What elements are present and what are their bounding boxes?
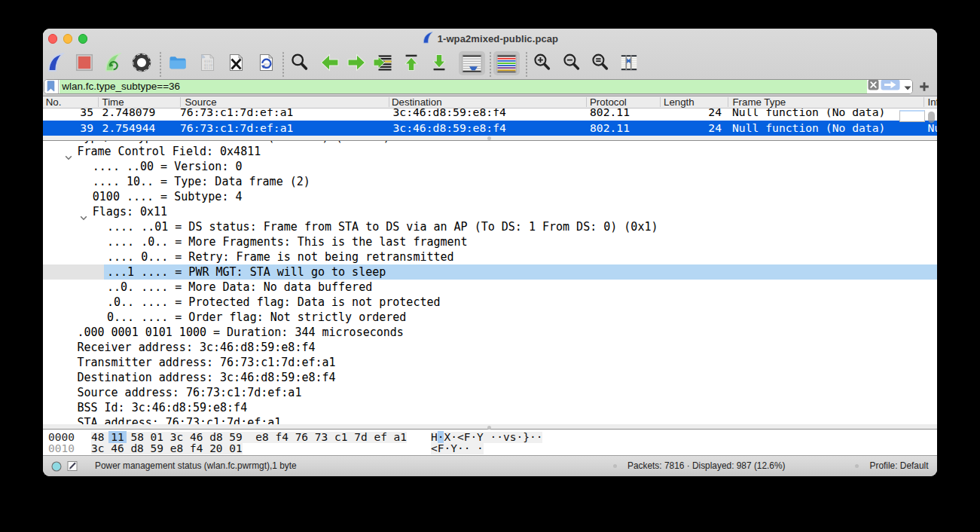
capture-options-button[interactable]: [132, 53, 151, 72]
detail-text: Receiver address: 3c:46:d8:59:e8:f4: [77, 340, 315, 355]
column-separator[interactable]: [586, 97, 587, 107]
hex-bytes: 48 11 58 01 3c 46 d8 59 e8 f4 76 73 c1 7…: [91, 432, 407, 443]
toolbar-separator: [282, 51, 284, 77]
close-file-button[interactable]: [226, 53, 246, 72]
column-header-no[interactable]: No.: [46, 96, 62, 108]
find-packet-button[interactable]: [290, 53, 310, 72]
zoom-in-button[interactable]: [533, 53, 552, 72]
detail-row[interactable]: Frame Control Field: 0x4811: [43, 144, 938, 159]
column-separator[interactable]: [389, 97, 389, 107]
detail-row[interactable]: .... 0... = Retry: Frame is not being re…: [43, 249, 938, 264]
title-group: 1-wpa2mixed-public.pcap: [43, 29, 938, 50]
detail-text: ...1 .... = PWR MGT: STA will go to slee…: [107, 264, 386, 280]
packet-list-header[interactable]: No.TimeSourceDestinationProtocolLengthFr…: [43, 96, 938, 109]
packet-bytes-pane[interactable]: 000048 11 58 01 3c 46 d8 59 e8 f4 76 73 …: [43, 431, 938, 455]
hex-bytes: 3c 46 d8 59 e8 f4 20 01: [91, 443, 243, 454]
go-last-packet-button[interactable]: [429, 53, 449, 72]
titlebar[interactable]: 1-wpa2mixed-public.pcap: [43, 29, 938, 50]
packet-row-39[interactable]: 392.75494476:73:c1:7d:ef:a13c:46:d8:59:e…: [43, 121, 938, 136]
clear-filter-button[interactable]: [868, 79, 879, 93]
detail-row[interactable]: .... ..00 = Version: 0: [43, 159, 938, 174]
go-back-button[interactable]: [320, 53, 340, 72]
apply-filter-button[interactable]: [881, 79, 900, 93]
column-header-source[interactable]: Source: [185, 96, 217, 108]
capture-comment-button[interactable]: [67, 460, 78, 475]
column-header-destination[interactable]: Destination: [392, 96, 442, 108]
packet-details-pane[interactable]: Type/Subtype: Null function (No data) (0…: [43, 141, 938, 424]
packet-list-scrollbar-thumb[interactable]: [928, 112, 935, 124]
save-file-button[interactable]: 010101100111: [197, 53, 217, 72]
column-header-info[interactable]: Info: [928, 96, 938, 108]
column-separator[interactable]: [660, 97, 661, 107]
column-separator[interactable]: [98, 97, 99, 107]
toolbar-separator: [526, 51, 527, 77]
detail-row[interactable]: Receiver address: 3c:46:d8:59:e8:f4: [43, 340, 938, 355]
resize-columns-button[interactable]: [619, 53, 639, 72]
detail-row[interactable]: Transmitter address: 76:73:c1:7d:ef:a1: [43, 355, 938, 370]
detail-row[interactable]: Source address: 76:73:c1:7d:ef:a1: [43, 385, 938, 400]
hex-row[interactable]: 00103c 46 d8 59 e8 f4 20 01<F·Y·· ·: [43, 443, 938, 454]
splitter-details-bytes[interactable]: [43, 424, 938, 430]
detail-row[interactable]: ...1 .... = PWR MGT: STA will go to slee…: [43, 264, 938, 280]
profile-text[interactable]: Profile: Default: [870, 456, 929, 476]
detail-row[interactable]: .... .0.. = More Fragments: This is the …: [43, 234, 938, 249]
detail-row[interactable]: STA address: 76:73:c1:7d:ef:a1: [43, 415, 938, 424]
apply-filter-icon: [881, 79, 900, 90]
packet-row-35[interactable]: 352.74807976:73:c1:7d:ef:a13c:46:d8:59:e…: [43, 109, 938, 121]
column-header-protocol[interactable]: Protocol: [590, 96, 627, 108]
detail-row[interactable]: ..0. .... = More Data: No data buffered: [43, 280, 938, 295]
filter-bookmark-button[interactable]: [44, 80, 59, 93]
stop-capture-icon: [75, 53, 94, 72]
detail-row[interactable]: Destination address: 3c:46:d8:59:e8:f4: [43, 370, 938, 385]
svg-text:0111: 0111: [204, 66, 212, 70]
detail-row[interactable]: Flags: 0x11: [43, 204, 938, 219]
add-filter-button[interactable]: [917, 79, 932, 94]
go-forward-button[interactable]: [347, 53, 366, 72]
expander-chevron-icon[interactable]: [65, 149, 72, 154]
go-first-packet-button[interactable]: [401, 53, 421, 72]
cell-length: 24: [679, 109, 722, 121]
splitter-list-details[interactable]: [43, 136, 938, 142]
detail-row[interactable]: 0100 .... = Subtype: 4: [43, 189, 938, 204]
reload-file-button[interactable]: 011011: [256, 53, 276, 72]
detail-row[interactable]: .0.. .... = Protected flag: Data is not …: [43, 295, 938, 310]
zoom-out-button[interactable]: [562, 53, 582, 72]
filter-dropdown-button[interactable]: [904, 80, 911, 93]
zoom-100-button[interactable]: [591, 53, 610, 72]
column-header-length[interactable]: Length: [664, 96, 695, 108]
open-file-button[interactable]: [168, 53, 188, 72]
column-header-time[interactable]: Time: [102, 96, 124, 108]
detail-text: Destination address: 3c:46:d8:59:e8:f4: [77, 370, 335, 385]
filter-controls: [867, 80, 913, 93]
intelligent-scrollbar-minimap[interactable]: [899, 110, 925, 122]
hex-row[interactable]: 000048 11 58 01 3c 46 d8 59 e8 f4 76 73 …: [43, 432, 938, 443]
display-filter-field[interactable]: wlan.fc.type_subtype==36: [44, 79, 913, 94]
auto-scroll-button[interactable]: [459, 51, 485, 75]
start-capture-icon: [46, 53, 66, 72]
cell-destination: 3c:46:d8:59:e8:f4: [393, 109, 506, 121]
wireshark-app-icon: [422, 32, 434, 47]
detail-row[interactable]: 0... .... = Order flag: Not strictly ord…: [43, 310, 938, 325]
column-header-frametype[interactable]: Frame Type: [733, 96, 786, 108]
capture-comment-icon: [67, 460, 78, 472]
go-to-packet-button[interactable]: [373, 53, 392, 72]
detail-row[interactable]: .000 0001 0101 1000 = Duration: 344 micr…: [43, 325, 938, 340]
stop-capture-button[interactable]: [75, 53, 94, 72]
expert-info-button[interactable]: [51, 461, 62, 475]
detail-row[interactable]: .... ..01 = DS status: Frame from STA to…: [43, 219, 938, 234]
column-separator[interactable]: [180, 97, 181, 107]
save-file-icon: 010101100111: [197, 53, 217, 72]
selected-byte-highlight: 11: [108, 431, 126, 443]
detail-text: .... 10.. = Type: Data frame (2): [93, 174, 310, 189]
detail-text: STA address: 76:73:c1:7d:ef:a1: [77, 415, 281, 424]
detail-row[interactable]: .... 10.. = Type: Data frame (2): [43, 174, 938, 189]
packet-list[interactable]: 352.74807976:73:c1:7d:ef:a13c:46:d8:59:e…: [43, 109, 938, 136]
column-separator[interactable]: [924, 97, 924, 107]
column-separator[interactable]: [728, 97, 728, 107]
colorize-button[interactable]: [493, 51, 520, 75]
detail-row[interactable]: BSS Id: 3c:46:d8:59:e8:f4: [43, 400, 938, 415]
restart-capture-button[interactable]: [103, 53, 123, 72]
expander-chevron-icon[interactable]: [80, 209, 87, 215]
start-capture-button[interactable]: [46, 53, 66, 72]
filter-input[interactable]: wlan.fc.type_subtype==36: [60, 80, 867, 93]
